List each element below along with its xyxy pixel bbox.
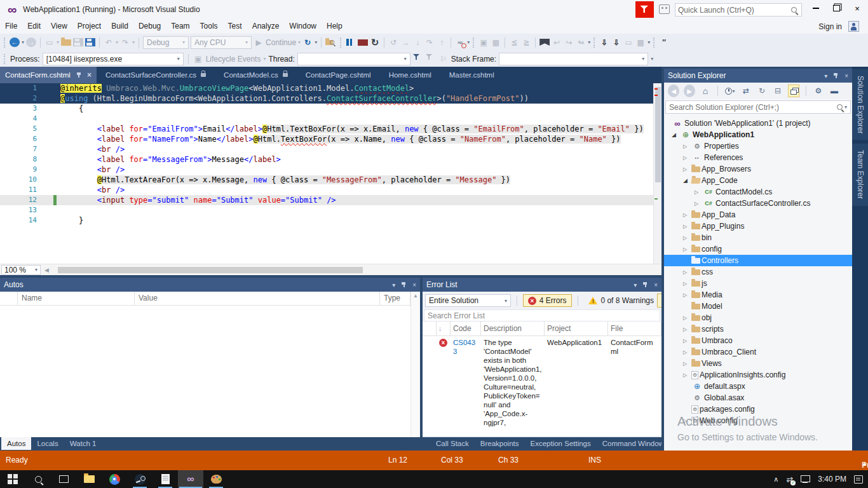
code-line-1[interactable]: 1@inherits Umbraco.Web.Mvc.UmbracoViewPa…	[0, 83, 653, 93]
se-show-all-files-button[interactable]	[788, 85, 799, 97]
code-editor[interactable]: 1@inherits Umbraco.Web.Mvc.UmbracoViewPa…	[0, 83, 653, 264]
show-next-statement-button[interactable]: ↺	[388, 37, 398, 48]
minimize-button[interactable]	[806, 0, 826, 17]
expand-arrow-icon[interactable]: ▷	[683, 166, 691, 172]
toolbar-grip[interactable]	[4, 37, 6, 48]
notepad-button[interactable]	[153, 470, 178, 488]
redo-dropdown[interactable]: ▾	[132, 39, 135, 45]
tree-item-config[interactable]: ▷config	[664, 243, 852, 255]
error-row-CS0433[interactable]: ×CS0433The type 'ContactModel' exists in…	[423, 336, 661, 427]
error-column-code[interactable]: Code	[451, 322, 481, 336]
error-column-description[interactable]: Description	[481, 322, 545, 336]
editor-tab-ContactModel.cs[interactable]: ContactModel.cs	[215, 67, 297, 83]
search-options-dropdown[interactable]: ▾	[844, 104, 847, 110]
se-refresh-button[interactable]: ↻	[756, 85, 768, 97]
expand-arrow-icon[interactable]: ▷	[683, 269, 691, 275]
continue-dropdown[interactable]: ▾	[298, 39, 301, 45]
tree-item-references[interactable]: ▷▪▪References	[664, 152, 852, 163]
save-all-button[interactable]	[85, 38, 95, 46]
toolbar-grip[interactable]	[340, 37, 342, 48]
editor-vertical-scrollbar[interactable]	[653, 83, 661, 264]
tree-item-properties[interactable]: ▷⚙Properties	[664, 140, 852, 152]
bookmark-overflow[interactable]: ▾	[588, 39, 590, 45]
procbar-overflow[interactable]: ▾	[651, 56, 653, 62]
expand-arrow-icon[interactable]: ▷	[683, 327, 691, 332]
maximize-button[interactable]	[826, 0, 846, 17]
show-threads-in-source-button[interactable]: ≂	[455, 37, 465, 48]
code-line-4[interactable]: 4	[0, 114, 653, 124]
tree-item-default-aspx[interactable]: ⊕default.aspx	[664, 381, 852, 392]
break-all-button[interactable]	[346, 39, 356, 46]
menu-project[interactable]: Project	[72, 19, 106, 34]
autos-title-bar[interactable]: Autos ▾ ×	[0, 278, 420, 292]
code-line-12[interactable]: 12 <input type="submit" name="Submit" va…	[0, 195, 653, 205]
code-line-14[interactable]: 14 }	[0, 215, 653, 226]
autos-column-type[interactable]: Type	[380, 292, 410, 305]
toolbar-grip[interactable]	[653, 37, 656, 48]
action-center-icon[interactable]	[854, 475, 863, 484]
tree-item-solution-webapplication1-1-project-[interactable]: ∞Solution 'WebApplication1' (1 project)	[664, 118, 852, 129]
tree-item-css[interactable]: ▷css	[664, 266, 852, 278]
tree-item-scripts[interactable]: ▷scripts	[664, 323, 852, 335]
close-icon[interactable]: ×	[844, 72, 848, 79]
expand-arrow-icon[interactable]: ▷	[683, 247, 691, 252]
autos-grid-body[interactable]	[0, 306, 420, 437]
se-collapse-all-button[interactable]: ⊟	[772, 85, 783, 97]
errors-filter-button[interactable]: × 4 Errors	[523, 294, 572, 307]
panel-tab-locals[interactable]: Locals	[31, 437, 64, 450]
code-line-7[interactable]: 7 <br />	[0, 144, 653, 154]
continue-play-icon[interactable]: ▶	[254, 37, 264, 48]
se-back-button[interactable]: ◀	[668, 85, 679, 97]
autos-column-name[interactable]: Name	[18, 292, 135, 305]
code-line-13[interactable]: 13	[0, 205, 653, 215]
toolbar-grip[interactable]	[473, 37, 475, 48]
continue-label[interactable]: Continue	[266, 38, 296, 47]
clear-bookmarks-button[interactable]: ↬	[576, 37, 586, 48]
se-sync-with-active-document-button[interactable]: ⇄	[740, 85, 752, 97]
tree-item-packages-config[interactable]: ⚙packages.config	[664, 403, 852, 415]
filter-threads-icon[interactable]	[413, 53, 423, 65]
tree-item-media[interactable]: ▷Media	[664, 289, 852, 301]
se-forward-button[interactable]: ▶	[684, 85, 695, 97]
feedback-button[interactable]	[635, 1, 654, 18]
expand-arrow-icon[interactable]: ▷	[683, 338, 691, 344]
step-into-button[interactable]: ↓	[412, 37, 423, 48]
expand-arrow-icon[interactable]: ▷	[683, 315, 691, 321]
code-line-10[interactable]: 10 @Html.TextAreaFor(x => x.Message, new…	[0, 175, 653, 185]
code-line-3[interactable]: 3 {	[0, 104, 653, 114]
process-dropdown[interactable]: [10484] iisexpress.exe▾	[43, 53, 184, 65]
editor-tab-ContactPage.cshtml[interactable]: ContactPage.cshtml	[297, 67, 380, 83]
new-project-button[interactable]: ▭	[44, 37, 55, 48]
code-line-11[interactable]: 11 <br />	[0, 185, 653, 195]
sign-in-link[interactable]: Sign in	[818, 22, 842, 31]
se-properties-button[interactable]: ⚙	[813, 85, 824, 97]
expand-arrow-icon[interactable]: ▷	[683, 292, 691, 298]
increase-indent-button[interactable]: ≧	[521, 37, 531, 48]
previous-bookmark-button[interactable]: ↩	[552, 37, 562, 48]
navigate-back-dropdown[interactable]: ▾	[22, 39, 24, 45]
side-tab-team-explorer[interactable]: Team Explorer	[852, 144, 868, 205]
run-to-cursor-button[interactable]: →	[400, 37, 410, 48]
expand-arrow-icon[interactable]: ▷	[683, 212, 691, 218]
menu-test[interactable]: Test	[223, 19, 247, 34]
panel-tab-call-stack[interactable]: Call Stack	[430, 437, 475, 450]
close-icon[interactable]: ×	[412, 281, 416, 288]
menu-build[interactable]: Build	[106, 19, 133, 34]
panel-tab-watch-1[interactable]: Watch 1	[64, 437, 102, 450]
debug-toolbar-overflow[interactable]: ▾	[467, 39, 470, 45]
new-item-button[interactable]: ▭	[623, 37, 634, 48]
warnings-filter-button[interactable]: ! 0 of 8 Warnings	[583, 294, 659, 307]
solution-configuration-dropdown[interactable]: Debug▾	[143, 36, 189, 49]
paint-button[interactable]	[203, 470, 229, 488]
tree-item-obj[interactable]: ▷obj	[664, 312, 852, 323]
error-code[interactable]: CS0433	[451, 336, 481, 427]
expand-arrow-icon[interactable]: ▷	[695, 201, 703, 207]
tree-item-webapplication1[interactable]: ◢⊕WebApplication1	[664, 129, 852, 140]
code-line-8[interactable]: 8 <label for="MessageFrom">Message</labe…	[0, 154, 653, 165]
toolbar-overflow[interactable]: ▾	[648, 39, 650, 45]
error-column-file[interactable]: File	[608, 322, 661, 336]
find-in-files-button[interactable]	[325, 37, 337, 48]
code-line-5[interactable]: 5 <label for="EmailFrom">Email</label>@H…	[0, 124, 653, 134]
panel-tab-breakpoints[interactable]: Breakpoints	[475, 437, 525, 450]
filter-flagged-icon[interactable]	[426, 53, 436, 65]
